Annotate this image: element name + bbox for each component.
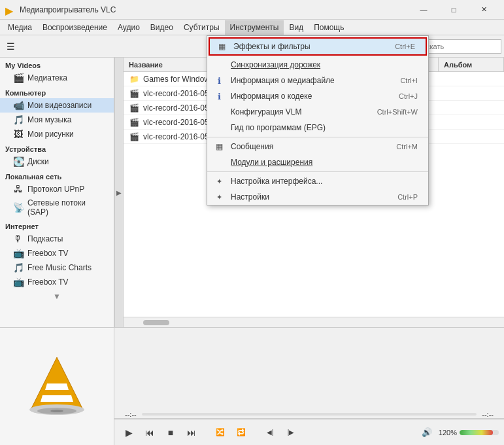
tools-dropdown-menu: ▦ Эффекты и фильтры Ctrl+E Синхронизация… <box>207 35 429 205</box>
volume-bar[interactable] <box>460 430 499 435</box>
vlm-shortcut: Ctrl+Shift+W <box>377 108 418 116</box>
sidebar-item-freebox2[interactable]: 📺 Freebox TV <box>0 275 114 289</box>
video-icon: 🎬 <box>129 88 139 99</box>
codecinfo-icon: ℹ <box>214 91 224 101</box>
section-network: Локальная сеть <box>0 169 114 182</box>
pictures-icon: 🖼 <box>13 129 24 139</box>
frame-prev-button[interactable]: ◀| <box>261 423 279 442</box>
sap-icon: 📡 <box>13 202 24 213</box>
col-album[interactable]: Альбом <box>439 58 504 71</box>
minimize-button[interactable]: — <box>409 0 439 20</box>
next-button[interactable]: ⏭ <box>182 423 201 442</box>
effects-icon: ▦ <box>216 41 227 52</box>
vlm-icon <box>214 107 224 117</box>
sidebar-item-free-music[interactable]: 🎵 Free Music Charts <box>0 260 114 275</box>
sidebar-item-upnp[interactable]: 🖧 Протокол UPnP <box>0 182 114 196</box>
menu-help[interactable]: Помощь <box>309 20 349 35</box>
titlebar: ▶ Медиапроигрыватель VLC — □ ✕ <box>0 0 504 20</box>
messages-label: Сообщения <box>231 142 273 151</box>
freebox1-icon: 📺 <box>13 248 24 258</box>
progress-track[interactable] <box>142 413 477 416</box>
sidebar-item-recordings[interactable]: 📹 Мои видеозаписи <box>0 98 114 113</box>
window-title: Медиапроигрыватель VLC <box>20 5 409 14</box>
bottom-area: --:-- --:-- ▶ ⏮ ■ ⏭ 🔀 🔁 ◀| |▶ 🔊 120% <box>0 327 504 445</box>
menu-item-epg[interactable]: Гид по программам (EPG) <box>207 120 428 135</box>
svg-marker-2 <box>41 395 73 402</box>
effects-shortcut: Ctrl+E <box>395 43 415 50</box>
upnp-icon: 🖧 <box>13 184 24 194</box>
sidebar-item-music[interactable]: 🎵 Моя музыка <box>0 113 114 127</box>
effects-label: Эффекты и фильтры <box>233 42 311 51</box>
sidebar-item-podcasts[interactable]: 🎙 Подкасты <box>0 232 114 246</box>
volume-icon[interactable]: 🔊 <box>418 423 436 442</box>
menu-tools[interactable]: Инструменты <box>225 20 284 35</box>
menu-item-messages[interactable]: ▦ Сообщения Ctrl+M <box>207 139 428 154</box>
menu-item-interface[interactable]: ✦ Настройка интерфейса... <box>207 173 428 189</box>
codecinfo-label: Информация о кодеке <box>231 92 312 101</box>
mediateka-icon: 🎬 <box>13 73 24 83</box>
menubar: Медиа Воспроизведение Аудио Видео Субтит… <box>0 20 504 35</box>
horizontal-scrollbar[interactable] <box>124 317 504 327</box>
playback-area: --:-- --:-- ▶ ⏮ ■ ⏭ 🔀 🔁 ◀| |▶ 🔊 120% <box>114 328 504 445</box>
video-icon: 🎬 <box>129 103 139 113</box>
modules-label: Модули и расширения <box>231 158 312 167</box>
menu-item-settings[interactable]: ✦ Настройки Ctrl+P <box>207 189 428 205</box>
mediainfo-icon: ℹ <box>214 75 224 86</box>
vlm-label: Конфигурация VLM <box>231 107 302 116</box>
menu-audio[interactable]: Аудио <box>112 20 145 35</box>
interface-icon: ✦ <box>214 176 224 187</box>
svg-point-5 <box>50 410 63 412</box>
settings-shortcut: Ctrl+P <box>397 193 418 201</box>
recordings-icon: 📹 <box>13 100 24 111</box>
menu-item-effects[interactable]: ▦ Эффекты и фильтры Ctrl+E <box>209 37 427 56</box>
vlc-logo <box>18 347 96 426</box>
svg-marker-1 <box>45 383 69 390</box>
sidebar-item-disks[interactable]: 💽 Диски <box>0 154 114 169</box>
sidebar-item-mediateka[interactable]: 🎬 Медиатека <box>0 71 114 85</box>
menu-video[interactable]: Видео <box>145 20 178 35</box>
volume-label: 120% <box>439 429 457 436</box>
menu-item-vlm[interactable]: Конфигурация VLM Ctrl+Shift+W <box>207 104 428 120</box>
sidebar: My Videos 🎬 Медиатека Компьютер 📹 Мои ви… <box>0 58 114 327</box>
sidebar-item-freebox1[interactable]: 📺 Freebox TV <box>0 246 114 260</box>
sidebar-resize-handle[interactable]: ▶ <box>114 58 124 327</box>
video-icon: 🎬 <box>129 117 139 128</box>
menu-view[interactable]: Вид <box>284 20 309 35</box>
music-icon: 🎵 <box>13 115 24 125</box>
stop-button[interactable]: ■ <box>161 423 180 442</box>
freebox2-icon: 📺 <box>13 277 24 287</box>
loop-button[interactable]: 🔁 <box>232 423 250 442</box>
close-button[interactable]: ✕ <box>469 0 499 20</box>
controls-row: ▶ ⏮ ■ ⏭ 🔀 🔁 ◀| |▶ 🔊 120% <box>114 419 504 445</box>
view-toggle-btn[interactable]: ☰ <box>3 38 19 55</box>
menu-media[interactable]: Медиа <box>3 20 37 35</box>
interface-label: Настройка интерфейса... <box>231 177 322 186</box>
mode-button[interactable]: 🔀 <box>211 423 229 442</box>
mediainfo-shortcut: Ctrl+I <box>400 77 418 84</box>
menu-item-modules[interactable]: Модули и расширения <box>207 154 428 170</box>
menu-subtitles[interactable]: Субтитры <box>178 20 225 35</box>
disk-icon: 💽 <box>13 156 24 167</box>
vlc-logo-box <box>0 328 114 445</box>
frame-next-button[interactable]: |▶ <box>282 423 300 442</box>
folder-icon: 📁 <box>129 74 139 84</box>
search-input[interactable] <box>423 39 501 54</box>
play-button[interactable]: ▶ <box>120 423 138 442</box>
messages-shortcut: Ctrl+M <box>396 143 418 151</box>
menu-item-codecinfo[interactable]: ℹ Информация о кодеке Ctrl+J <box>207 88 428 104</box>
maximize-button[interactable]: □ <box>439 0 469 20</box>
progress-bar-area: --:-- --:-- <box>114 410 504 419</box>
sidebar-item-pictures[interactable]: 🖼 Мои рисунки <box>0 127 114 141</box>
podcasts-icon: 🎙 <box>13 234 24 244</box>
menu-playback[interactable]: Воспроизведение <box>37 20 112 35</box>
mediainfo-label: Информация о медиафайле <box>231 76 335 85</box>
app-icon: ▶ <box>5 5 16 15</box>
prev-button[interactable]: ⏮ <box>141 423 159 442</box>
epg-icon <box>214 122 224 133</box>
sidebar-expand-icon[interactable]: ▼ <box>53 292 61 301</box>
menu-item-mediainfo[interactable]: ℹ Информация о медиафайле Ctrl+I <box>207 73 428 88</box>
volume-area: 🔊 120% <box>418 423 499 442</box>
menu-item-sync[interactable]: Синхронизация дорожек <box>207 57 428 73</box>
sidebar-item-sap[interactable]: 📡 Сетевые потоки (SAP) <box>0 196 114 219</box>
section-devices: Устройства <box>0 141 114 154</box>
